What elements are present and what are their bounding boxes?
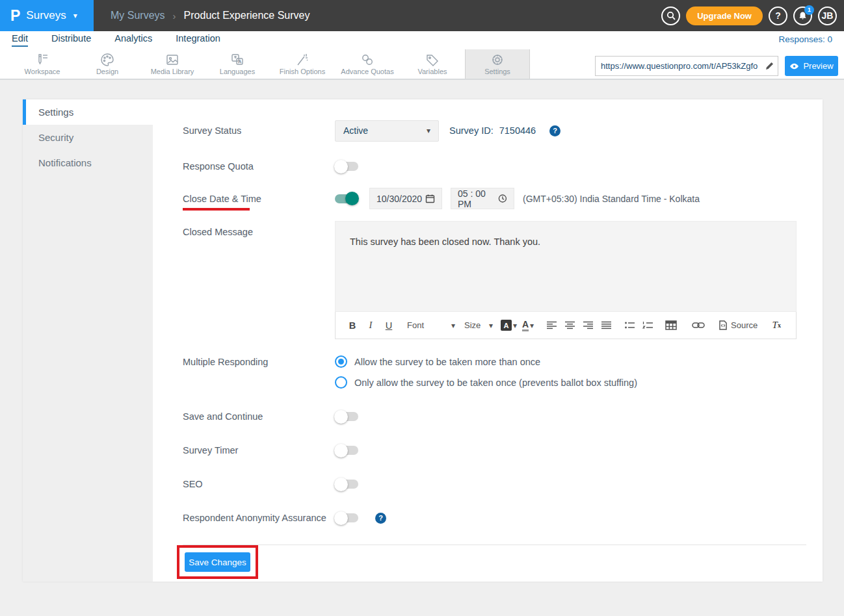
notifications-button[interactable]: 1 xyxy=(793,6,812,25)
bold-button[interactable]: B xyxy=(345,317,360,334)
radio-option-label: Only allow the survey to be taken once (… xyxy=(354,378,637,388)
survey-timer-toggle[interactable] xyxy=(335,446,358,455)
close-date-toggle[interactable] xyxy=(335,194,358,203)
breadcrumb-parent[interactable]: My Surveys xyxy=(111,10,165,21)
close-time-input[interactable]: 05 : 00 PM xyxy=(451,188,514,209)
align-justify-button[interactable] xyxy=(599,317,613,334)
toolbar-item-label: Workspace xyxy=(25,68,60,75)
clock-icon xyxy=(498,194,507,203)
font-select[interactable]: Font ▾ xyxy=(407,320,455,330)
save-and-continue-toggle[interactable] xyxy=(335,412,358,421)
toolbar-item-variables[interactable]: Variables xyxy=(400,49,465,79)
toolbar-item-advance-quotas[interactable]: Advance Quotas xyxy=(335,49,400,79)
seo-label: SEO xyxy=(183,479,335,489)
radio-selected-icon[interactable] xyxy=(335,355,347,368)
survey-timer-label: Survey Timer xyxy=(183,445,335,456)
tab-analytics[interactable]: Analytics xyxy=(114,31,152,44)
anonymity-row: Respondent Anonymity Assurance ? xyxy=(183,511,386,524)
text-color-button[interactable]: A ▾ xyxy=(521,317,535,334)
anonymity-toggle[interactable] xyxy=(335,513,358,522)
avatar[interactable]: JB xyxy=(818,6,837,25)
response-quota-toggle[interactable] xyxy=(335,162,358,171)
breadcrumb-current: Product Experience Survey xyxy=(184,10,310,21)
survey-status-select[interactable]: Active ▾ xyxy=(335,120,439,142)
radio-unselected-icon[interactable] xyxy=(335,376,347,389)
pencil-icon xyxy=(765,62,774,71)
header-actions: Upgrade Now ? 1 JB xyxy=(661,0,837,31)
anonymity-help-icon[interactable]: ? xyxy=(375,513,386,524)
notification-badge: 1 xyxy=(804,5,814,15)
survey-status-label: Survey Status xyxy=(183,125,335,136)
underline-button[interactable]: U xyxy=(382,317,396,334)
seo-toggle[interactable] xyxy=(335,480,358,489)
eye-icon xyxy=(789,63,799,70)
toolbar-item-workspace[interactable]: Workspace xyxy=(10,49,75,79)
sidebar-item-settings[interactable]: Settings xyxy=(23,99,153,125)
closed-message-textarea[interactable]: This survey has been closed now. Thank y… xyxy=(335,221,797,312)
preview-button[interactable]: Preview xyxy=(785,56,838,76)
questionpro-logo: P xyxy=(10,6,20,25)
section-nav-items: Edit Distribute Analytics Integration xyxy=(12,31,220,49)
close-date-input[interactable]: 10/30/2020 xyxy=(369,188,442,209)
align-left-icon xyxy=(546,321,557,329)
size-select[interactable]: Size ▾ xyxy=(464,320,493,330)
sidebar-item-notifications[interactable]: Notifications xyxy=(23,150,153,175)
response-quota-row: Response Quota xyxy=(183,160,358,173)
multiple-responding-label: Multiple Responding xyxy=(183,355,335,367)
toolbar-item-label: Finish Options xyxy=(280,68,325,75)
insert-table-button[interactable] xyxy=(664,317,678,334)
bulleted-list-button[interactable] xyxy=(622,317,637,334)
toolbar-item-label: Variables xyxy=(417,68,447,75)
align-left-button[interactable] xyxy=(544,317,559,334)
tab-integration[interactable]: Integration xyxy=(176,31,220,44)
close-time-value: 05 : 00 PM xyxy=(458,188,498,209)
chevron-down-icon: ▾ xyxy=(427,126,430,135)
toolbar-item-finish-options[interactable]: Finish Options xyxy=(270,49,335,79)
survey-id-help-icon[interactable]: ? xyxy=(549,125,560,136)
numbered-list-button[interactable] xyxy=(640,317,655,334)
breadcrumb-separator-icon: › xyxy=(173,10,176,21)
search-button[interactable] xyxy=(661,6,680,25)
upgrade-now-button[interactable]: Upgrade Now xyxy=(686,6,763,25)
align-justify-icon xyxy=(601,321,612,329)
toolbar-item-design[interactable]: Design xyxy=(75,49,140,79)
timezone-text: (GMT+05:30) India Standard Time - Kolkat… xyxy=(523,194,700,204)
calendar-icon xyxy=(425,194,435,203)
tab-distribute[interactable]: Distribute xyxy=(51,31,91,44)
toolbar-item-label: Media Library xyxy=(151,68,194,75)
chain-links-icon xyxy=(360,53,375,67)
help-button[interactable]: ? xyxy=(769,6,787,25)
red-annotation-box: Save Changes xyxy=(177,545,258,579)
toggle-knob xyxy=(334,410,348,424)
radio-option-multiple[interactable]: Allow the survey to be taken more than o… xyxy=(335,355,637,368)
bulleted-list-icon xyxy=(624,321,635,329)
align-center-button[interactable] xyxy=(562,317,577,334)
remove-format-button[interactable]: Tx xyxy=(769,317,784,334)
settings-panel: Settings Security Notifications Survey S… xyxy=(23,99,823,582)
section-nav: Edit Distribute Analytics Integration Re… xyxy=(0,31,844,49)
app-switcher[interactable]: P Surveys ▾ xyxy=(0,0,94,31)
remove-format-letter: T xyxy=(772,320,778,331)
save-changes-button[interactable]: Save Changes xyxy=(185,552,250,572)
toolbar-item-languages[interactable]: A Languages xyxy=(205,49,270,79)
save-and-continue-label: Save and Continue xyxy=(183,411,335,422)
numbered-list-icon xyxy=(642,321,653,329)
radio-option-once[interactable]: Only allow the survey to be taken once (… xyxy=(335,376,637,389)
multiple-responding-row: Multiple Responding Allow the survey to … xyxy=(183,355,637,389)
tab-edit[interactable]: Edit xyxy=(12,31,28,47)
toolbar-item-settings[interactable]: Settings xyxy=(465,49,530,79)
italic-button[interactable]: I xyxy=(363,317,378,334)
search-icon xyxy=(666,11,676,20)
toolbar-item-media-library[interactable]: Media Library xyxy=(140,49,205,79)
table-icon xyxy=(665,320,677,330)
app-label: Surveys xyxy=(26,9,66,22)
source-button[interactable]: Source xyxy=(719,317,758,334)
survey-url-input[interactable] xyxy=(596,61,761,71)
align-right-button[interactable] xyxy=(581,317,595,334)
chevron-down-icon: ▾ xyxy=(530,321,534,330)
close-date-row: Close Date & Time 10/30/2020 05 : 00 PM … xyxy=(183,188,700,209)
insert-link-button[interactable] xyxy=(691,317,706,334)
edit-url-button[interactable] xyxy=(761,62,778,71)
background-color-button[interactable]: A ▾ xyxy=(501,317,517,334)
sidebar-item-security[interactable]: Security xyxy=(23,125,153,150)
